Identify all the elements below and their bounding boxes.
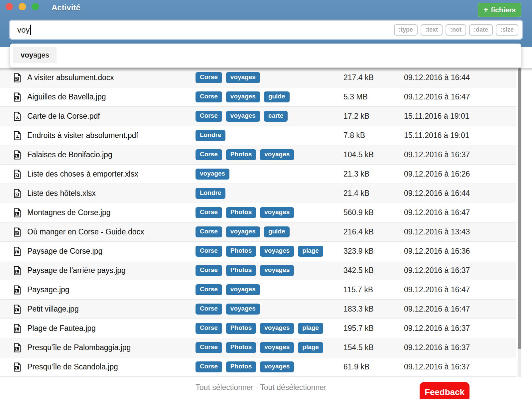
tag-pill[interactable]: Corse [196,246,222,257]
tag-pill[interactable]: Corse [196,361,222,372]
scrollbar-thumb[interactable] [518,68,521,349]
tag-pill[interactable]: carte [264,111,288,122]
tag-pill[interactable]: Corse [196,72,222,83]
word-file-icon: W [13,73,27,82]
file-name: Aiguilles de Bavella.jpg [27,92,196,101]
table-row[interactable]: Montagnes de Corse.jpg CorsePhotosvoyage… [0,203,516,222]
tag-pill[interactable]: Photos [226,246,256,257]
tag-pill[interactable]: voyages [260,361,294,372]
zoom-button[interactable] [32,3,39,10]
table-row[interactable]: Presqu'île de Palombaggia.jpg CorsePhoto… [0,338,516,357]
tag-pill[interactable]: voyages [260,265,294,276]
image-file-icon [13,324,27,333]
tag-pill[interactable]: guide [264,226,290,237]
tag-pill[interactable]: voyages [226,111,260,122]
excel-file-icon: X [13,189,27,198]
file-tags: CorsePhotosvoyages [196,207,343,218]
tag-pill[interactable]: Corse [196,149,222,160]
file-size: 195.7 kB [343,324,404,333]
file-tags: Corsevoyages [196,284,343,295]
tag-pill[interactable]: Photos [226,361,256,372]
tag-pill[interactable]: voyages [226,91,260,102]
file-tags: Londre [196,188,343,199]
filter-chip-type[interactable]: :type [394,24,418,36]
search-input[interactable]: voy :type:text:not:date:size [10,21,522,39]
tag-pill[interactable]: Corse [196,323,222,334]
tag-pill[interactable]: Corse [196,304,222,315]
file-list: W A visiter absulument.docx Corsevoyages… [0,68,516,377]
tag-pill[interactable]: Corse [196,226,222,237]
filter-chip-text[interactable]: :text [421,24,443,36]
tag-pill[interactable]: plage [298,246,323,257]
tag-pill[interactable]: Corse [196,111,222,122]
file-tags: Corsevoyages [196,304,343,315]
minimize-button[interactable] [19,3,26,10]
table-row[interactable]: X Liste des choses à emporter.xlsx voyag… [0,165,516,184]
file-name: Plage de Fautea.jpg [27,324,196,333]
tag-pill[interactable]: Corse [196,207,222,218]
tag-pill[interactable]: Londre [196,188,225,199]
file-tags: Corsevoyagesguide [196,226,343,237]
file-tags: voyages [196,169,343,180]
file-name: A visiter absulument.docx [27,73,196,82]
tag-pill[interactable]: voyages [226,304,260,315]
file-tags: CorsePhotosvoyagesplage [196,323,343,334]
tag-pill[interactable]: voyages [260,149,294,160]
table-row[interactable]: Endroits à visiter absolument.pdf Londre… [0,126,516,145]
tag-pill[interactable]: voyages [260,207,294,218]
tag-pill[interactable]: voyages [226,226,260,237]
tag-pill[interactable]: Corse [196,91,222,102]
file-size: 216.4 kB [343,227,404,236]
table-row[interactable]: Petit village.jpg Corsevoyages 183.3 kB … [0,300,516,319]
tag-pill[interactable]: guide [264,91,290,102]
tag-pill[interactable]: voyages [260,323,294,334]
table-row[interactable]: W Où manger en Corse - Guide.docx Corsev… [0,222,516,242]
tag-pill[interactable]: plage [298,323,323,334]
table-row[interactable]: Falaises de Bonifacio.jpg CorsePhotosvoy… [0,145,516,165]
table-row[interactable]: Aiguilles de Bavella.jpg Corsevoyagesgui… [0,87,516,107]
tag-pill[interactable]: voyages [226,284,260,295]
file-date: 15.11.2016 à 19:01 [404,131,469,140]
tag-pill[interactable]: voyages [260,342,294,353]
tag-pill[interactable]: Corse [196,342,222,353]
close-button[interactable] [6,3,13,10]
file-size: 323.9 kB [343,247,404,256]
table-row[interactable]: Paysage.jpg Corsevoyages 115.7 kB 09.12.… [0,280,516,300]
select-all-link[interactable]: Tout sélectionner [196,383,253,392]
filter-chip-not[interactable]: :not [446,24,466,36]
table-row[interactable]: Carte de la Corse.pdf Corsevoyagescarte … [0,107,516,126]
tag-pill[interactable]: voyages [260,246,294,257]
tag-pill[interactable]: voyages [226,72,260,83]
table-row[interactable]: Plage de Fautea.jpg CorsePhotosvoyagespl… [0,319,516,338]
tag-pill[interactable]: Photos [226,323,256,334]
tag-pill[interactable]: Photos [226,207,256,218]
add-files-button[interactable]: + fichiers [478,3,521,17]
scrollbar-track[interactable] [518,68,521,380]
tag-pill[interactable]: Photos [226,342,256,353]
deselect-all-link[interactable]: Tout désélectionner [260,383,326,392]
table-row[interactable]: Paysage de l'arrière pays.jpg CorsePhoto… [0,261,516,280]
file-name: Falaises de Bonifacio.jpg [27,150,196,159]
file-size: 17.2 kB [343,112,404,121]
autocomplete-suggestion[interactable]: voyages [13,47,57,63]
file-date: 15.11.2016 à 19:01 [404,112,469,121]
pdf-file-icon [13,112,27,121]
file-tags: Corsevoyagesguide [196,91,343,102]
svg-text:W: W [15,77,18,80]
tag-pill[interactable]: Photos [226,265,256,276]
tag-pill[interactable]: Corse [196,284,222,295]
feedback-button[interactable]: Feedback [420,382,469,399]
table-row[interactable]: Paysage de Corse.jpg CorsePhotosvoyagesp… [0,242,516,261]
tag-pill[interactable]: plage [298,342,323,353]
table-row[interactable]: Presqu'île de Scandola.jpg CorsePhotosvo… [0,357,516,377]
tag-pill[interactable]: voyages [196,169,229,180]
filter-chip-size[interactable]: :size [496,24,518,36]
tag-pill[interactable]: Photos [226,149,256,160]
tag-pill[interactable]: Londre [196,130,225,141]
table-row[interactable]: W A visiter absulument.docx Corsevoyages… [0,68,516,87]
filter-chip-date[interactable]: :date [469,24,493,36]
search-filter-chips: :type:text:not:date:size [394,24,518,36]
file-date: 09.12.2016 à 16:26 [404,170,470,179]
tag-pill[interactable]: Corse [196,265,222,276]
table-row[interactable]: X Liste des hôtels.xlsx Londre 21.4 kB 0… [0,184,516,203]
